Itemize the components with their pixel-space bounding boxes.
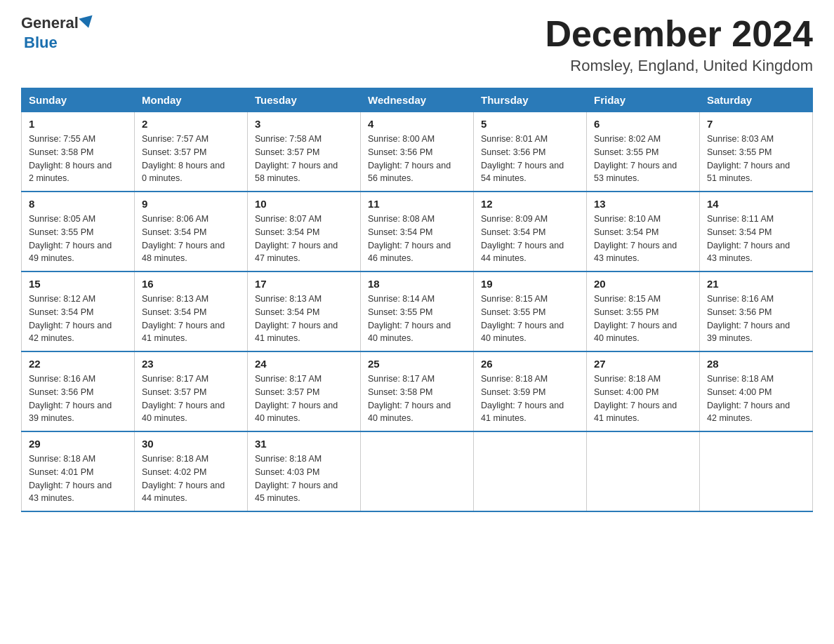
day-cell: 14Sunrise: 8:11 AMSunset: 3:54 PMDayligh… — [700, 192, 813, 271]
day-cell: 23Sunrise: 8:17 AMSunset: 3:57 PMDayligh… — [135, 351, 248, 431]
day-cell: 24Sunrise: 8:17 AMSunset: 3:57 PMDayligh… — [248, 351, 361, 431]
logo: General Blue — [21, 14, 94, 52]
day-cell — [361, 431, 474, 511]
day-cell: 17Sunrise: 8:13 AMSunset: 3:54 PMDayligh… — [248, 271, 361, 351]
day-info: Sunrise: 8:13 AMSunset: 3:54 PMDaylight:… — [142, 293, 240, 345]
day-info: Sunrise: 7:57 AMSunset: 3:57 PMDaylight:… — [142, 133, 240, 185]
day-info: Sunrise: 8:18 AMSunset: 3:59 PMDaylight:… — [481, 373, 579, 425]
day-cell — [700, 431, 813, 511]
day-cell: 28Sunrise: 8:18 AMSunset: 4:00 PMDayligh… — [700, 351, 813, 431]
day-cell: 30Sunrise: 8:18 AMSunset: 4:02 PMDayligh… — [135, 431, 248, 511]
day-cell: 9Sunrise: 8:06 AMSunset: 3:54 PMDaylight… — [135, 192, 248, 271]
day-info: Sunrise: 8:13 AMSunset: 3:54 PMDaylight:… — [255, 293, 353, 345]
day-cell: 5Sunrise: 8:01 AMSunset: 3:56 PMDaylight… — [474, 112, 587, 192]
day-info: Sunrise: 8:18 AMSunset: 4:03 PMDaylight:… — [255, 452, 353, 505]
week-row-4: 22Sunrise: 8:16 AMSunset: 3:56 PMDayligh… — [22, 351, 813, 431]
day-info: Sunrise: 7:55 AMSunset: 3:58 PMDaylight:… — [29, 133, 127, 185]
day-number: 26 — [481, 358, 579, 370]
logo-blue-text: Blue — [24, 34, 58, 51]
header-cell-saturday: Saturday — [700, 88, 813, 112]
day-cell: 13Sunrise: 8:10 AMSunset: 3:54 PMDayligh… — [587, 192, 700, 271]
header-cell-friday: Friday — [587, 88, 700, 112]
day-cell: 19Sunrise: 8:15 AMSunset: 3:55 PMDayligh… — [474, 271, 587, 351]
day-info: Sunrise: 8:12 AMSunset: 3:54 PMDaylight:… — [29, 293, 127, 345]
day-info: Sunrise: 8:17 AMSunset: 3:57 PMDaylight:… — [255, 373, 353, 425]
day-number: 28 — [707, 358, 805, 370]
day-number: 20 — [594, 278, 692, 290]
day-number: 3 — [255, 118, 353, 130]
day-info: Sunrise: 8:07 AMSunset: 3:54 PMDaylight:… — [255, 213, 353, 265]
calendar-header: SundayMondayTuesdayWednesdayThursdayFrid… — [22, 88, 813, 112]
day-info: Sunrise: 8:01 AMSunset: 3:56 PMDaylight:… — [481, 133, 579, 185]
day-cell: 16Sunrise: 8:13 AMSunset: 3:54 PMDayligh… — [135, 271, 248, 351]
header-row: SundayMondayTuesdayWednesdayThursdayFrid… — [22, 88, 813, 112]
day-number: 23 — [142, 358, 240, 370]
day-cell: 7Sunrise: 8:03 AMSunset: 3:55 PMDaylight… — [700, 112, 813, 192]
day-info: Sunrise: 8:16 AMSunset: 3:56 PMDaylight:… — [29, 373, 127, 425]
day-info: Sunrise: 8:18 AMSunset: 4:00 PMDaylight:… — [707, 373, 805, 425]
day-info: Sunrise: 8:08 AMSunset: 3:54 PMDaylight:… — [368, 213, 466, 265]
day-cell: 6Sunrise: 8:02 AMSunset: 3:55 PMDaylight… — [587, 112, 700, 192]
day-number: 15 — [29, 278, 127, 290]
day-cell: 29Sunrise: 8:18 AMSunset: 4:01 PMDayligh… — [22, 431, 135, 511]
week-row-1: 1Sunrise: 7:55 AMSunset: 3:58 PMDaylight… — [22, 112, 813, 192]
day-info: Sunrise: 8:18 AMSunset: 4:02 PMDaylight:… — [142, 452, 240, 505]
day-info: Sunrise: 8:16 AMSunset: 3:56 PMDaylight:… — [707, 293, 805, 345]
day-cell: 12Sunrise: 8:09 AMSunset: 3:54 PMDayligh… — [474, 192, 587, 271]
week-row-2: 8Sunrise: 8:05 AMSunset: 3:55 PMDaylight… — [22, 192, 813, 271]
day-number: 4 — [368, 118, 466, 130]
day-cell: 27Sunrise: 8:18 AMSunset: 4:00 PMDayligh… — [587, 351, 700, 431]
day-info: Sunrise: 8:00 AMSunset: 3:56 PMDaylight:… — [368, 133, 466, 185]
day-info: Sunrise: 8:05 AMSunset: 3:55 PMDaylight:… — [29, 213, 127, 265]
day-number: 8 — [29, 198, 127, 210]
day-info: Sunrise: 8:10 AMSunset: 3:54 PMDaylight:… — [594, 213, 692, 265]
day-cell: 10Sunrise: 8:07 AMSunset: 3:54 PMDayligh… — [248, 192, 361, 271]
day-cell: 20Sunrise: 8:15 AMSunset: 3:55 PMDayligh… — [587, 271, 700, 351]
day-number: 19 — [481, 278, 579, 290]
day-number: 17 — [255, 278, 353, 290]
day-number: 30 — [142, 438, 240, 450]
day-cell: 25Sunrise: 8:17 AMSunset: 3:58 PMDayligh… — [361, 351, 474, 431]
day-cell — [474, 431, 587, 511]
day-info: Sunrise: 8:15 AMSunset: 3:55 PMDaylight:… — [481, 293, 579, 345]
day-info: Sunrise: 8:15 AMSunset: 3:55 PMDaylight:… — [594, 293, 692, 345]
day-number: 10 — [255, 198, 353, 210]
day-cell: 2Sunrise: 7:57 AMSunset: 3:57 PMDaylight… — [135, 112, 248, 192]
day-info: Sunrise: 8:06 AMSunset: 3:54 PMDaylight:… — [142, 213, 240, 265]
calendar-table: SundayMondayTuesdayWednesdayThursdayFrid… — [21, 88, 813, 512]
day-number: 24 — [255, 358, 353, 370]
day-number: 9 — [142, 198, 240, 210]
day-number: 31 — [255, 438, 353, 450]
day-cell: 3Sunrise: 7:58 AMSunset: 3:57 PMDaylight… — [248, 112, 361, 192]
day-number: 16 — [142, 278, 240, 290]
header-cell-tuesday: Tuesday — [248, 88, 361, 112]
day-cell — [587, 431, 700, 511]
day-cell: 11Sunrise: 8:08 AMSunset: 3:54 PMDayligh… — [361, 192, 474, 271]
day-info: Sunrise: 8:09 AMSunset: 3:54 PMDaylight:… — [481, 213, 579, 265]
month-title: December 2024 — [545, 14, 813, 54]
day-number: 7 — [707, 118, 805, 130]
header-cell-thursday: Thursday — [474, 88, 587, 112]
day-number: 25 — [368, 358, 466, 370]
day-number: 1 — [29, 118, 127, 130]
day-cell: 8Sunrise: 8:05 AMSunset: 3:55 PMDaylight… — [22, 192, 135, 271]
day-cell: 31Sunrise: 8:18 AMSunset: 4:03 PMDayligh… — [248, 431, 361, 511]
location-title: Romsley, England, United Kingdom — [545, 57, 813, 75]
day-number: 13 — [594, 198, 692, 210]
header-cell-monday: Monday — [135, 88, 248, 112]
day-cell: 21Sunrise: 8:16 AMSunset: 3:56 PMDayligh… — [700, 271, 813, 351]
header-cell-sunday: Sunday — [22, 88, 135, 112]
day-info: Sunrise: 8:17 AMSunset: 3:57 PMDaylight:… — [142, 373, 240, 425]
day-number: 18 — [368, 278, 466, 290]
logo-general-text: General — [21, 14, 79, 32]
day-cell: 18Sunrise: 8:14 AMSunset: 3:55 PMDayligh… — [361, 271, 474, 351]
page-header: General Blue December 2024 Romsley, Engl… — [21, 14, 813, 75]
day-number: 5 — [481, 118, 579, 130]
day-number: 2 — [142, 118, 240, 130]
day-number: 22 — [29, 358, 127, 370]
week-row-5: 29Sunrise: 8:18 AMSunset: 4:01 PMDayligh… — [22, 431, 813, 511]
day-cell: 4Sunrise: 8:00 AMSunset: 3:56 PMDaylight… — [361, 112, 474, 192]
day-cell: 15Sunrise: 8:12 AMSunset: 3:54 PMDayligh… — [22, 271, 135, 351]
day-info: Sunrise: 8:03 AMSunset: 3:55 PMDaylight:… — [707, 133, 805, 185]
day-info: Sunrise: 8:11 AMSunset: 3:54 PMDaylight:… — [707, 213, 805, 265]
